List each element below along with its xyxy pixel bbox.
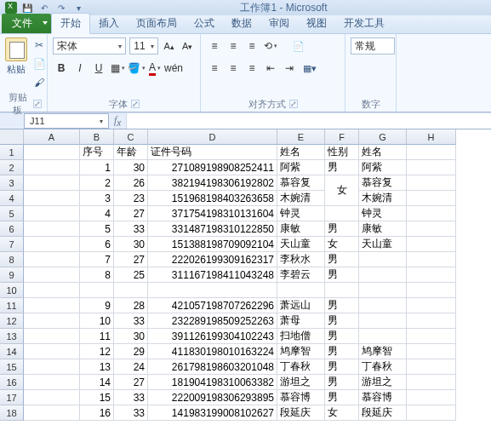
cell[interactable]: 康敏 (277, 221, 325, 237)
row-header[interactable]: 18 (0, 405, 24, 421)
cell[interactable]: 411830198010163224 (148, 344, 277, 359)
cell[interactable] (407, 298, 456, 313)
cell[interactable] (24, 344, 80, 359)
cell[interactable]: 慕容博 (359, 390, 407, 405)
cell[interactable] (325, 283, 359, 298)
cell[interactable] (24, 252, 80, 267)
cell[interactable]: 慕容复 (359, 175, 407, 191)
align-top-icon[interactable]: ≡ (206, 37, 223, 55)
cell[interactable]: 15 (80, 390, 114, 405)
font-launcher-icon[interactable]: ⤢ (131, 100, 140, 108)
align-left-icon[interactable]: ≡ (206, 60, 223, 77)
cell[interactable] (407, 160, 456, 175)
col-header-G[interactable]: G (359, 129, 407, 145)
cell[interactable]: 8 (80, 267, 114, 283)
col-header-C[interactable]: C (114, 129, 148, 145)
cell[interactable]: 27 (114, 206, 148, 221)
cell[interactable]: 26 (114, 175, 148, 191)
cell[interactable] (359, 329, 407, 344)
cell[interactable]: 阿紫 (359, 160, 407, 175)
row-header[interactable]: 2 (0, 160, 24, 175)
cell[interactable]: 木婉清 (359, 191, 407, 206)
cell[interactable]: 男 (325, 252, 359, 267)
cell[interactable] (24, 298, 80, 313)
cell[interactable]: 游坦之 (277, 375, 325, 390)
cell[interactable]: 鸠摩智 (359, 344, 407, 359)
row-header[interactable]: 11 (0, 298, 24, 313)
cell[interactable]: 10 (80, 313, 114, 329)
cell[interactable]: 男 (325, 313, 359, 329)
cell[interactable]: 24 (114, 359, 148, 375)
cell[interactable]: 男 (325, 221, 359, 237)
row-header[interactable]: 14 (0, 344, 24, 359)
col-header-A[interactable]: A (24, 129, 80, 145)
cell[interactable]: 331487198310122850 (148, 221, 277, 237)
cell[interactable]: 391126199304102243 (148, 329, 277, 344)
cell[interactable] (359, 252, 407, 267)
spreadsheet-grid[interactable]: 1序号年龄证件号码姓名性别姓名2130271089198908252411阿紫男… (0, 145, 491, 421)
save-icon[interactable]: 💾 (20, 2, 34, 14)
tab-dev[interactable]: 开发工具 (335, 14, 393, 33)
cell[interactable]: 男 (325, 267, 359, 283)
tab-layout[interactable]: 页面布局 (128, 14, 186, 33)
align-bottom-icon[interactable]: ≡ (243, 37, 260, 55)
cell[interactable]: 141983199008102627 (148, 405, 277, 421)
cell[interactable]: 12 (80, 344, 114, 359)
cell[interactable] (407, 405, 456, 421)
cell[interactable]: 李秋水 (277, 252, 325, 267)
cell[interactable] (359, 267, 407, 283)
cell[interactable]: 271089198908252411 (148, 160, 277, 175)
cell[interactable]: 女 (325, 237, 359, 252)
number-format-combo[interactable]: 常规 (351, 37, 395, 55)
cell[interactable] (407, 375, 456, 390)
cell[interactable]: 男 (325, 298, 359, 313)
row-header[interactable]: 10 (0, 283, 24, 298)
cell[interactable]: 女 (325, 175, 359, 191)
cell[interactable]: 男 (325, 390, 359, 405)
cell[interactable] (24, 313, 80, 329)
cell[interactable] (24, 191, 80, 206)
col-header-B[interactable]: B (80, 129, 114, 145)
paste-button[interactable]: 粘贴 (5, 37, 27, 90)
cell[interactable]: 382194198306192802 (148, 175, 277, 191)
cell[interactable]: 年龄 (114, 145, 148, 160)
copy-icon[interactable]: 📄 (31, 56, 48, 72)
col-header-E[interactable]: E (277, 129, 325, 145)
cell[interactable]: 萧远山 (277, 298, 325, 313)
cell[interactable]: 慕容复 (277, 175, 325, 191)
row-header[interactable]: 9 (0, 267, 24, 283)
cell[interactable] (24, 160, 80, 175)
cell[interactable] (24, 329, 80, 344)
select-all-corner[interactable] (0, 129, 24, 145)
qat-more-icon[interactable]: ▾ (71, 2, 85, 14)
cell[interactable] (407, 283, 456, 298)
cell[interactable] (407, 237, 456, 252)
cell[interactable]: 游坦之 (359, 375, 407, 390)
cell[interactable]: 天山童 (359, 237, 407, 252)
cell[interactable]: 151388198709092104 (148, 237, 277, 252)
col-header-D[interactable]: D (148, 129, 277, 145)
cell[interactable]: 33 (114, 390, 148, 405)
name-box[interactable]: J11▾ (24, 113, 109, 129)
cell[interactable]: 2 (80, 175, 114, 191)
tab-file[interactable]: 文件 (2, 14, 51, 33)
fx-icon[interactable]: fx (114, 114, 121, 128)
cell[interactable]: 钟灵 (277, 206, 325, 221)
cell[interactable]: 421057198707262296 (148, 298, 277, 313)
cell[interactable]: 4 (80, 206, 114, 221)
cell[interactable]: 9 (80, 298, 114, 313)
cell[interactable]: 康敏 (359, 221, 407, 237)
row-header[interactable]: 17 (0, 390, 24, 405)
cell[interactable] (24, 283, 80, 298)
cell[interactable] (359, 298, 407, 313)
cell[interactable] (24, 359, 80, 375)
cell[interactable]: 23 (114, 191, 148, 206)
cell[interactable] (407, 390, 456, 405)
cell[interactable] (407, 359, 456, 375)
cell[interactable]: 6 (80, 237, 114, 252)
orientation-icon[interactable]: ⟲ (262, 37, 279, 55)
cell[interactable]: 14 (80, 375, 114, 390)
grow-font-icon[interactable]: A▴ (162, 37, 177, 55)
decrease-indent-icon[interactable]: ⇤ (262, 60, 279, 77)
align-middle-icon[interactable]: ≡ (225, 37, 242, 55)
